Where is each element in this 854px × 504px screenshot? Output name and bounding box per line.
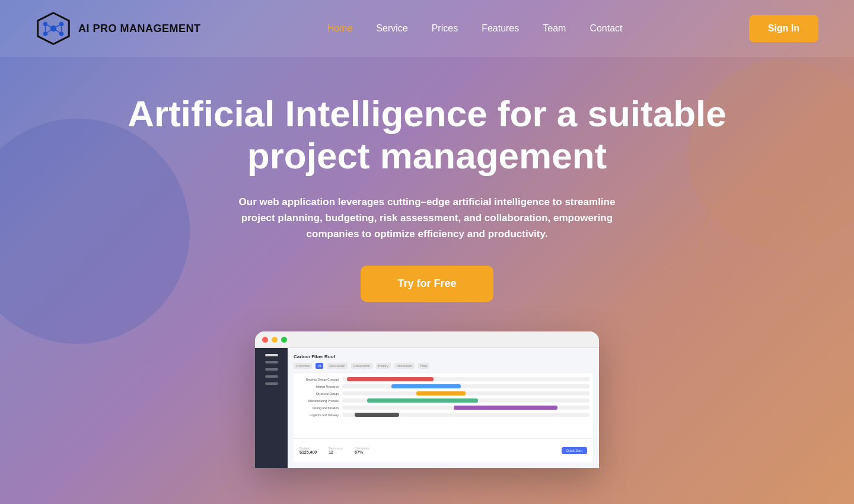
gantt-bar-1 xyxy=(347,377,434,381)
hero-title: Artificial Intelligence for a suitable p… xyxy=(119,92,735,177)
try-for-free-button[interactable]: Try for Free xyxy=(361,266,493,302)
gantt-row-3: Structural Design xyxy=(297,391,589,395)
gantt-bar-6 xyxy=(355,413,399,417)
gantt-bar-area-2 xyxy=(342,384,589,388)
gantt-label-5: Testing and Iteration xyxy=(297,406,339,410)
gantt-label-1: Develop Design Concept xyxy=(297,378,339,381)
nav-item-contact[interactable]: Contact xyxy=(589,23,622,34)
tab-help[interactable]: Help xyxy=(418,363,429,369)
logo-link[interactable]: AI PRO MANAGEMENT xyxy=(36,11,201,46)
gantt-row-4: Manufacturing Process xyxy=(297,398,589,403)
sidebar-icon-tasks xyxy=(265,368,278,371)
gantt-row-6: Logistics and Delivery xyxy=(297,413,589,417)
gantt-bar-area-4 xyxy=(342,398,589,403)
project-title: Carbon Fiber Roof xyxy=(294,354,593,359)
gantt-bar-area-5 xyxy=(342,406,589,410)
gantt-chart: Develop Design Concept Market Research xyxy=(294,374,593,438)
stat-resources: Resources 12 xyxy=(329,446,343,454)
sidebar-icon-projects xyxy=(265,361,278,363)
nav-item-features[interactable]: Features xyxy=(482,23,519,34)
frame-inner: Carbon Fiber Roof Overview AI Discussion… xyxy=(255,348,599,468)
screenshot-wrapper: Carbon Fiber Roof Overview AI Discussion… xyxy=(0,331,854,468)
app-sidebar xyxy=(255,348,288,468)
stat-budget: Budget $125,400 xyxy=(299,446,317,454)
tab-documents[interactable]: Documents xyxy=(351,363,372,369)
gantt-row-2: Market Research xyxy=(297,384,589,388)
sidebar-icon-settings xyxy=(265,382,278,385)
nav-link-home[interactable]: Home xyxy=(327,23,353,33)
maximize-button-dot xyxy=(281,337,287,343)
navbar: AI PRO MANAGEMENT Home Service Prices Fe… xyxy=(0,0,854,57)
nav-link-prices[interactable]: Prices xyxy=(432,23,458,33)
nav-link-contact[interactable]: Contact xyxy=(589,23,622,33)
gantt-row-1: Develop Design Concept xyxy=(297,377,589,381)
gantt-label-3: Structural Design xyxy=(297,392,339,395)
gantt-bar-2 xyxy=(391,384,461,388)
hero-section: Artificial Intelligence for a suitable p… xyxy=(0,57,854,326)
frame-titlebar xyxy=(255,331,599,348)
tab-discussion[interactable]: Discussion xyxy=(327,363,348,369)
gantt-bar-3 xyxy=(416,391,466,395)
nav-link-features[interactable]: Features xyxy=(482,23,519,33)
stats-bar: Budget $125,400 Resources 12 Completion … xyxy=(294,438,593,462)
gantt-row-5: Testing and Iteration xyxy=(297,406,589,410)
nav-item-service[interactable]: Service xyxy=(376,23,407,34)
gantt-bar-5 xyxy=(454,406,557,410)
gantt-bar-area-3 xyxy=(342,391,589,395)
gantt-label-4: Manufacturing Process xyxy=(297,399,339,403)
stat-resources-value: 12 xyxy=(329,450,343,454)
nav-item-team[interactable]: Team xyxy=(543,23,566,34)
sign-in-button[interactable]: Sign In xyxy=(749,15,818,42)
tab-ai[interactable]: AI xyxy=(316,363,323,369)
app-screenshot: Carbon Fiber Roof Overview AI Discussion… xyxy=(255,331,599,468)
stat-completion: Completion 67% xyxy=(355,446,369,454)
hero-subtitle: Our web application leverages cutting–ed… xyxy=(225,194,629,243)
sidebar-icon-dashboard xyxy=(265,354,278,356)
nav-item-prices[interactable]: Prices xyxy=(432,23,458,34)
nav-link-service[interactable]: Service xyxy=(376,23,407,33)
sidebar-icon-team xyxy=(265,375,278,378)
tab-resources[interactable]: Resources xyxy=(394,363,415,369)
gantt-label-6: Logistics and Delivery xyxy=(297,413,339,417)
stat-budget-value: $125,400 xyxy=(299,450,317,454)
quick-start-button[interactable]: Quick Start xyxy=(562,447,587,454)
gantt-bar-area-1 xyxy=(342,377,589,381)
nav-links: Home Service Prices Features Team Contac… xyxy=(327,23,623,34)
close-button-dot xyxy=(262,337,268,343)
app-main-content: Carbon Fiber Roof Overview AI Discussion… xyxy=(288,348,599,468)
brand-name: AI PRO MANAGEMENT xyxy=(78,23,201,35)
logo-icon xyxy=(36,11,71,46)
tab-history[interactable]: History xyxy=(376,363,391,369)
minimize-button-dot xyxy=(272,337,278,343)
gantt-bar-area-6 xyxy=(342,413,589,417)
gantt-label-2: Market Research xyxy=(297,385,339,388)
tab-overview[interactable]: Overview xyxy=(294,363,312,369)
gantt-bar-4 xyxy=(367,398,479,403)
nav-link-team[interactable]: Team xyxy=(543,23,566,33)
stat-completion-value: 67% xyxy=(355,450,369,454)
nav-item-home[interactable]: Home xyxy=(327,23,353,34)
app-tabs: Overview AI Discussion Documents History… xyxy=(294,363,593,369)
